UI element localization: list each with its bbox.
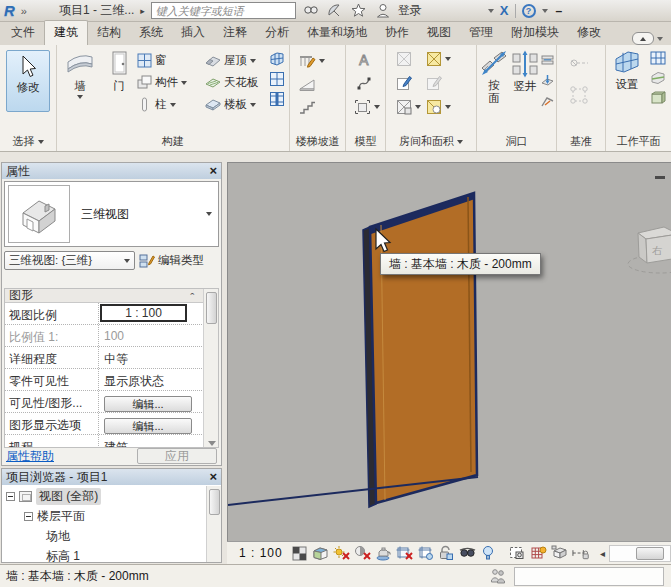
scale-button[interactable]: 1 : 100 [239,546,283,560]
worksharing-icon[interactable] [490,568,506,584]
panel-select-label[interactable]: 选择 [0,134,56,149]
tab-analyze[interactable]: 分析 [256,21,298,45]
curtain-grid-icon[interactable] [269,71,285,87]
railing-button[interactable] [298,53,325,69]
workplane-set-button[interactable]: 设置 [610,50,644,92]
floor-button[interactable]: 楼板 [205,97,256,112]
type-selector-dropdown-icon[interactable] [206,212,212,216]
model-text-button[interactable]: A [356,51,374,69]
scrollbar-thumb[interactable] [636,547,664,560]
roof-button[interactable]: 屋顶 [205,53,256,68]
group-collapse-icon[interactable]: ⌃ [188,292,196,300]
scrollbar-track[interactable] [609,545,671,562]
modify-button[interactable]: 修改 [6,50,50,112]
project-browser-close-icon[interactable]: × [209,471,217,483]
properties-help-link[interactable]: 属性帮助 [6,448,54,465]
curtain-system-icon[interactable] [269,51,285,67]
communication-center-icon[interactable] [326,3,344,19]
detail-level-value[interactable]: 中等 [98,347,218,368]
tab-insert[interactable]: 插入 [172,21,214,45]
displace-elements-icon[interactable] [551,545,568,562]
room-tag-button[interactable] [426,51,451,67]
tab-manage[interactable]: 管理 [460,21,502,45]
column-button[interactable]: 柱 [137,97,176,112]
show-crop-icon[interactable] [417,545,434,562]
sun-path-icon[interactable] [333,545,350,562]
minimize-button[interactable]: – [556,4,563,18]
search-input[interactable] [151,2,296,19]
edit-type-button[interactable]: 编辑类型 [139,251,219,270]
favorites-star-icon[interactable] [350,3,368,19]
revit-logo-icon[interactable]: R [4,1,15,21]
tab-architecture[interactable]: 建筑 [44,20,88,45]
tab-modify[interactable]: 修改 [568,21,610,45]
render-icon[interactable] [375,545,392,562]
visibility-edit-button[interactable]: 编辑... [104,396,192,412]
ribbon-toggle-dropdown-icon[interactable] [657,37,663,41]
show-constraints-icon[interactable] [572,545,589,562]
panel-room-area-label[interactable]: 房间和面积 [386,134,476,149]
mullion-icon[interactable] [269,91,285,107]
dormer-opening-icon[interactable] [541,95,554,108]
tree-item-level1[interactable]: 标高 1 [2,546,221,562]
browser-scrollbar[interactable] [206,486,221,562]
reveal-hidden-icon[interactable] [480,545,497,562]
tree-item-floor-plans[interactable]: 楼层平面 [2,506,221,526]
view-window-restore-icon[interactable] [655,176,665,179]
expand-minus-icon[interactable] [6,492,15,501]
help-icon[interactable]: ? [522,4,536,18]
opening-by-face-button[interactable]: 按面 [480,50,508,105]
status-filter-field[interactable] [514,567,664,586]
horizontal-scrollbar[interactable]: ◂ [596,542,671,564]
tab-systems[interactable]: 系统 [130,21,172,45]
title-flyout-icon[interactable]: ▸ [140,6,145,16]
display-options-edit-button[interactable]: 编辑... [104,418,192,434]
ribbon-state-toggle[interactable] [632,32,669,45]
search-icon[interactable] [302,3,320,19]
signin-dropdown-icon[interactable] [488,9,494,13]
qat-expand-icon[interactable]: » [21,5,25,17]
ramp-button[interactable] [298,77,316,91]
wall-opening-icon[interactable] [541,53,554,66]
instance-combo[interactable]: 三维视图: {三维} [4,251,135,270]
model-group-button[interactable] [354,99,380,115]
expand-minus-icon[interactable] [24,512,33,521]
tab-addins[interactable]: 附加模块 [502,21,568,45]
visual-style-icon[interactable] [312,545,329,562]
properties-scrollbar[interactable] [203,289,218,448]
area-button[interactable] [396,99,421,115]
area-boundary-button[interactable] [426,75,442,91]
temporary-hide-isolate-icon[interactable] [459,545,476,562]
signin-label[interactable]: 登录 [398,2,422,19]
tab-file[interactable]: 文件 [2,21,44,45]
opening-shaft-button[interactable]: 竖井 [510,50,540,94]
apply-button[interactable]: 应用 [137,448,217,464]
show-workplane-icon[interactable] [650,51,666,65]
help-dropdown-icon[interactable] [542,9,548,13]
tree-item-views[interactable]: 视图 (全部) [2,486,221,506]
group-graphics[interactable]: 图形 ⌃ [5,289,218,303]
door-button[interactable]: 门 [103,50,135,94]
tree-item-site[interactable]: 场地 [2,526,221,546]
detail-level-icon[interactable] [291,545,308,562]
room-button[interactable] [396,51,412,67]
viewer-icon[interactable] [650,91,666,105]
properties-close-icon[interactable]: × [209,165,217,177]
ceiling-button[interactable]: 天花板 [205,75,259,90]
tab-view[interactable]: 视图 [418,21,460,45]
temporary-view-properties-icon[interactable] [509,545,526,562]
tab-structure[interactable]: 结构 [88,21,130,45]
tab-collaborate[interactable]: 协作 [376,21,418,45]
tab-annotate[interactable]: 注释 [214,21,256,45]
window-button[interactable]: 窗 [137,53,167,68]
scroll-left-icon[interactable]: ◂ [596,548,609,559]
ref-plane-icon[interactable] [650,71,666,85]
level-button[interactable] [569,57,589,70]
drawing-area[interactable]: 右 墙 : 基本墙 : 木质 - 200mm [227,162,671,541]
room-separator-button[interactable] [396,75,412,91]
exchange-apps-icon[interactable]: X [500,3,509,18]
shadows-icon[interactable] [354,545,371,562]
type-selector[interactable]: 三维视图 [4,181,219,247]
stair-button[interactable] [298,99,316,115]
wall-button[interactable]: 墙 [61,50,99,99]
